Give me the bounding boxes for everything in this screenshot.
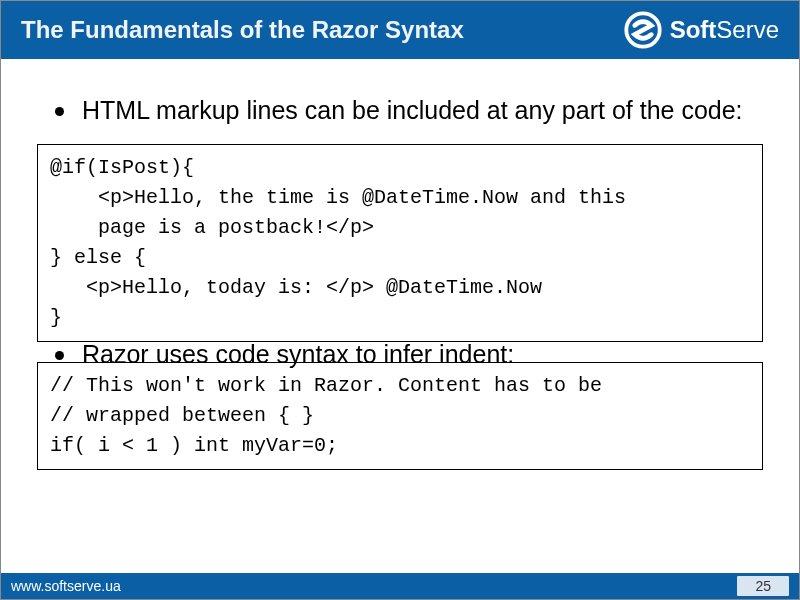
code-block-1: @if(IsPost){ <p>Hello, the time is @Date… bbox=[37, 144, 763, 342]
logo-text-bold: Soft bbox=[670, 16, 717, 43]
bullet-item: Razor uses code syntax to infer indent: bbox=[55, 339, 775, 370]
bullet-text: HTML markup lines can be included at any… bbox=[82, 95, 743, 126]
slide-title: The Fundamentals of the Razor Syntax bbox=[21, 16, 464, 44]
page-number: 25 bbox=[737, 576, 789, 596]
logo-text-light: Serve bbox=[716, 16, 779, 43]
bullet-text: Razor uses code syntax to infer indent: bbox=[82, 339, 514, 370]
footer-url: www.softserve.ua bbox=[11, 578, 121, 594]
bullet-dot-icon bbox=[55, 107, 64, 116]
logo-icon bbox=[624, 11, 662, 49]
bullet-item: HTML markup lines can be included at any… bbox=[55, 95, 763, 126]
code-block-2: // This won't work in Razor. Content has… bbox=[37, 362, 763, 470]
slide: The Fundamentals of the Razor Syntax Sof… bbox=[0, 0, 800, 600]
bullet-dot-icon bbox=[55, 351, 64, 360]
header-bar: The Fundamentals of the Razor Syntax Sof… bbox=[1, 1, 799, 59]
logo: SoftServe bbox=[624, 11, 779, 49]
footer-bar: www.softserve.ua 25 bbox=[1, 573, 799, 599]
content-area: HTML markup lines can be included at any… bbox=[1, 59, 799, 470]
logo-text: SoftServe bbox=[670, 16, 779, 44]
